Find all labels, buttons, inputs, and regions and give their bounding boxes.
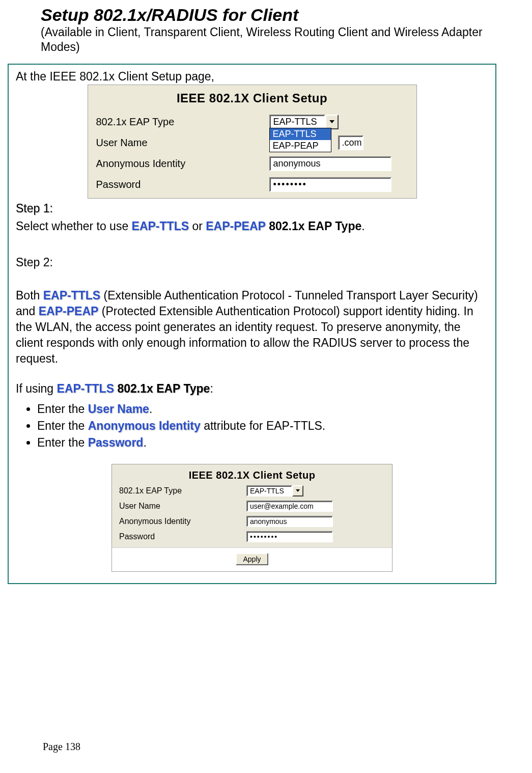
text-fragment: : (210, 382, 213, 395)
row-eap-type: 802.1x EAP Type EAP-TTLS (112, 483, 392, 499)
eap-type-select[interactable]: EAP-TTLS (246, 485, 292, 496)
if-using-text: If using EAP-TTLS 802.1x EAP Type: (16, 382, 488, 396)
row-anon-identity: Anonymous Identity anonymous (112, 514, 392, 529)
keyword-anon-identity: Anonymous Identity (88, 419, 201, 432)
label-anon-identity: Anonymous Identity (96, 158, 269, 170)
user-name-input[interactable]: user@example.com (246, 501, 333, 512)
text-fragment: . (143, 436, 146, 449)
label-password: Password (119, 532, 246, 541)
dropdown-arrow-icon[interactable] (325, 115, 339, 129)
step-1-label: Step 1: (16, 202, 488, 215)
keyword-eap-ttls: EAP-TTLS (43, 289, 100, 302)
label-user-name: User Name (96, 137, 269, 149)
user-name-input-fragment[interactable]: .com (338, 135, 363, 150)
eap-type-select[interactable]: EAP-TTLS (269, 115, 325, 129)
text-fragment: Enter the (37, 402, 88, 416)
password-input[interactable]: •••••••• (246, 531, 333, 542)
anon-identity-input[interactable]: anonymous (246, 516, 333, 527)
row-anon-identity: Anonymous Identity anonymous (88, 153, 416, 174)
text-fragment: Enter the (37, 419, 88, 432)
page-subtitle: (Available in Client, Transparent Client… (41, 25, 496, 54)
anon-identity-input[interactable]: anonymous (269, 156, 391, 171)
shot1-title: IEEE 802.1X Client Setup (88, 85, 416, 112)
page-footer: Page 138 (43, 741, 80, 753)
step-1-text: Select whether to use EAP-TTLS or EAP-PE… (16, 219, 488, 233)
keyword-eap-ttls: EAP-TTLS (132, 219, 189, 233)
text-fragment: attribute for EAP-TTLS. (201, 419, 325, 432)
text-fragment: or (189, 219, 206, 233)
keyword-eap-type: 802.1x EAP Type (117, 382, 210, 395)
bullet-item: Enter the Anonymous Identity attribute f… (37, 418, 488, 434)
bullet-item: Enter the Password. (37, 434, 488, 451)
label-password: Password (96, 179, 269, 190)
text-fragment: Enter the (37, 436, 88, 449)
label-eap-type: 802.1x EAP Type (119, 486, 246, 495)
step-2-paragraph: Both EAP-TTLS (Extensible Authentication… (16, 288, 488, 367)
keyword-eap-peap: EAP-PEAP (39, 305, 99, 318)
apply-row: Apply (112, 547, 392, 571)
bullet-list: Enter the User Name. Enter the Anonymous… (16, 401, 488, 452)
screenshot-2: IEEE 802.1X Client Setup 802.1x EAP Type… (111, 464, 393, 572)
text-fragment: Both (16, 289, 43, 302)
label-user-name: User Name (119, 502, 246, 511)
eap-type-dropdown: EAP-TTLS EAP-PEAP (269, 128, 331, 152)
label-eap-type: 802.1x EAP Type (96, 116, 269, 128)
label-anon-identity: Anonymous Identity (119, 517, 246, 526)
page-title: Setup 802.1x/RADIUS for Client (41, 5, 496, 25)
row-password: Password •••••••• (112, 529, 392, 547)
keyword-eap-ttls: EAP-TTLS (57, 382, 114, 395)
row-user-name: User Name user@example.com (112, 499, 392, 514)
keyword-eap-peap: EAP-PEAP (206, 219, 266, 233)
keyword-password: Password (88, 436, 144, 449)
step-2-label: Step 2: (16, 256, 488, 269)
text-fragment: Select whether to use (16, 219, 132, 233)
text-fragment: If using (16, 382, 57, 395)
dropdown-option-ttls[interactable]: EAP-TTLS (270, 128, 331, 140)
keyword-user-name: User Name (88, 402, 149, 416)
apply-button[interactable]: Apply (236, 553, 268, 565)
keyword-eap-type: 802.1x EAP Type (269, 219, 361, 233)
bullet-item: Enter the User Name. (37, 401, 488, 418)
row-password: Password •••••••• (88, 174, 416, 198)
screenshot-1: IEEE 802.1X Client Setup 802.1x EAP Type… (88, 85, 417, 199)
text-fragment: . (149, 402, 152, 416)
text-fragment: . (361, 219, 365, 233)
row-eap-type: 802.1x EAP Type EAP-TTLS EAP-TTLS EAP-PE… (88, 112, 416, 132)
intro-text: At the IEEE 802.1x Client Setup page, (16, 70, 488, 84)
row-user-name: User Name .com (88, 132, 416, 153)
dropdown-option-peap[interactable]: EAP-PEAP (270, 140, 331, 152)
instructions-box: At the IEEE 802.1x Client Setup page, IE… (8, 64, 496, 584)
shot2-title: IEEE 802.1X Client Setup (112, 464, 392, 483)
dropdown-arrow-icon[interactable] (292, 485, 303, 496)
password-input[interactable]: •••••••• (269, 177, 391, 192)
